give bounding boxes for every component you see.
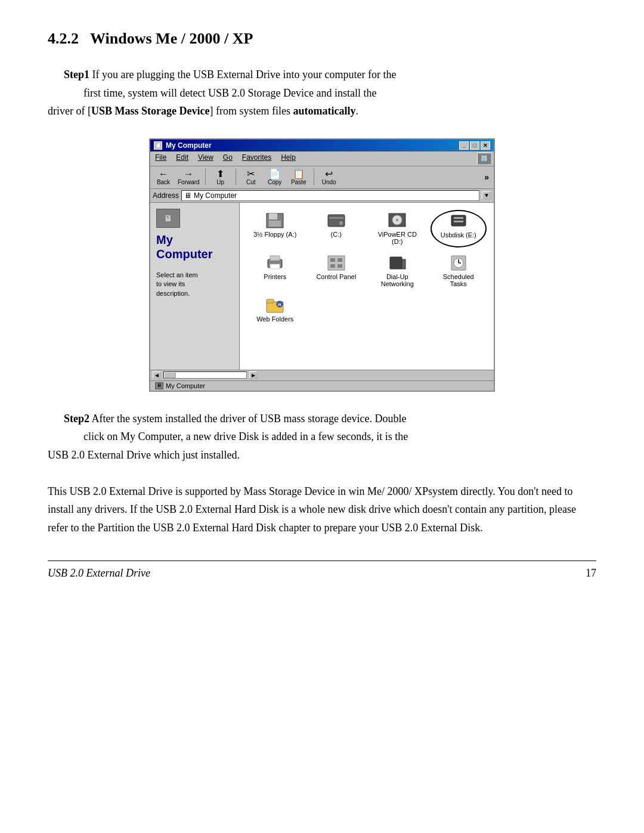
footer: USB 2.0 External Drive 17 [48,561,596,586]
cdrom-icon [388,212,407,229]
floppy-label: 3½ Floppy (A:) [253,231,296,238]
step2-text1: After the system installed the driver of… [89,413,406,425]
dialup-icon [388,255,407,271]
address-icon: 🖥 [184,191,191,200]
back-button[interactable]: ← Back [153,168,174,187]
scroll-left-button[interactable]: ◀ [153,371,161,379]
svg-rect-21 [402,259,405,269]
body-paragraph: This USB 2.0 External Drive is supported… [48,482,596,537]
copy-button[interactable]: 📄 Copy [264,168,286,187]
usbdisk-icon [449,213,468,230]
svg-rect-14 [270,264,280,269]
dialup-item[interactable]: Dial-UpNetworking [369,252,426,290]
forward-icon: → [184,169,193,179]
titlebar-left: 🖥 My Computer [154,141,212,150]
close-button[interactable]: ✕ [481,141,490,150]
window-titlebar: 🖥 My Computer _ □ ✕ [150,140,494,151]
back-label: Back [157,179,170,185]
step2-block: Step2 After the system installed the dri… [48,410,596,465]
cut-icon: ✂ [247,169,255,179]
computer-icon: 🖥 [154,141,162,150]
menu-help[interactable]: Help [278,153,298,165]
copy-label: Copy [268,179,281,185]
back-icon: ← [159,169,168,179]
window-title: My Computer [166,141,212,150]
window-main-area: 3½ Floppy (A:) (C:) [240,203,494,370]
menu-file[interactable]: File [153,153,169,165]
window-menubar: File Edit View Go Favorites Help 🔠 [150,151,494,166]
menu-view[interactable]: View [196,153,216,165]
sidebar-title: MyComputer [156,233,233,261]
paste-button[interactable]: 📋 Paste [288,168,309,187]
toolbar-separator-3 [314,169,314,185]
drive-c[interactable]: (C:) [308,210,365,247]
step2-paragraph: Step2 After the system installed the dri… [48,410,596,465]
menu-go[interactable]: Go [221,153,235,165]
cd-label: ViPowER CD(D:) [378,231,417,245]
svg-rect-15 [328,256,345,270]
titlebar-buttons: _ □ ✕ [459,141,490,150]
drive-floppy[interactable]: 3½ Floppy (A:) [247,210,304,247]
svg-rect-19 [338,264,342,268]
scrollbar-thumb[interactable] [164,372,176,378]
footer-title: USB 2.0 External Drive [48,567,150,580]
step1-text1: If you are plugging the USB External Dri… [89,69,396,80]
svg-rect-27 [267,299,274,303]
svg-rect-11 [454,221,463,222]
printers-icon-item[interactable]: Printers [247,252,304,290]
undo-icon: ↩ [325,169,333,179]
drive-usbdisk[interactable]: Usbdisk (E:) [431,210,487,247]
step1-paragraph: Step1 If you are plugging the USB Extern… [48,66,596,120]
scrollbar-track[interactable] [163,371,247,379]
drive-c-label: (C:) [331,231,342,238]
svg-rect-18 [330,264,335,268]
footer-page: 17 [586,567,596,580]
floppy-icon [265,212,284,229]
copy-icon: 📄 [269,169,281,179]
menu-favorites[interactable]: Favorites [240,153,274,165]
section-number: 4.2.2 [48,30,79,47]
menu-extra-icon: 🔠 [477,153,491,165]
undo-label: Undo [322,179,336,185]
address-dropdown[interactable]: ▼ [482,191,491,199]
scheduled-tasks-item[interactable]: ScheduledTasks [431,252,487,290]
window-toolbar: ← Back → Forward ⬆ Up ✂ Cut 📄 Copy 📋 Pas… [150,166,494,189]
webfolders-item[interactable]: w Web Folders [247,295,304,325]
toolbar-separator-1 [205,169,206,185]
undo-button[interactable]: ↩ Undo [318,168,340,187]
section-name: Windows Me / 2000 / XP [90,30,253,47]
printers-label: Printers [264,273,286,280]
svg-rect-16 [330,258,335,262]
sidebar-description: Select an itemto view itsdescription. [156,271,233,298]
statusbar-computer-icon: 🖥 [155,382,163,389]
scroll-right-button[interactable]: ▶ [249,371,258,379]
controlpanel-label: Control Panel [316,273,356,280]
forward-button[interactable]: → Forward [177,168,201,187]
svg-rect-13 [270,256,280,261]
up-button[interactable]: ⬆ Up [210,168,231,187]
window-addressbar: Address 🖥 My Computer ▼ [150,189,494,203]
svg-rect-17 [338,258,342,262]
address-input[interactable]: 🖥 My Computer [181,190,479,201]
control-panel-item[interactable]: Control Panel [308,252,365,290]
section-title: 4.2.2 Windows Me / 2000 / XP [48,30,596,48]
forward-label: Forward [178,179,200,185]
harddisk-icon [327,212,346,229]
more-button[interactable]: » [482,171,491,183]
webfolders-label: Web Folders [256,315,293,323]
webfolders-icon: w [265,297,284,314]
step1-label: Step1 [64,69,89,80]
cut-button[interactable]: ✂ Cut [240,168,262,187]
scheduled-icon [449,255,468,271]
sidebar-folder-icon: 🖥 [156,209,180,228]
menu-edit[interactable]: Edit [174,153,191,165]
step2-text2: click on My Computer, a new drive Disk i… [48,431,408,461]
svg-text:w: w [277,302,281,306]
step2-label: Step2 [64,413,89,425]
minimize-button[interactable]: _ [459,141,469,150]
cut-label: Cut [246,179,256,185]
drive-cd[interactable]: ViPowER CD(D:) [369,210,426,247]
window-scrollbar: ◀ ▶ [150,370,494,380]
window-content: 🖥 MyComputer Select an itemto view itsde… [150,203,494,370]
maximize-button[interactable]: □ [470,141,479,150]
